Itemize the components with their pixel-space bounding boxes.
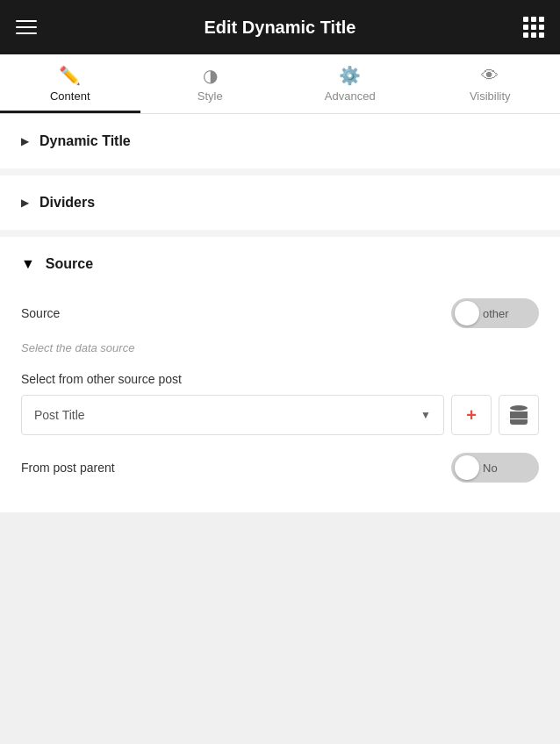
dropdown-chevron-icon: ▼ (420, 409, 431, 421)
chevron-down-icon: ▼ (21, 256, 35, 272)
dividers-heading: Dividers (39, 195, 95, 211)
source-field-label: Source (21, 306, 60, 320)
chevron-right-icon: ▶ (21, 135, 29, 147)
tab-advanced[interactable]: ⚙️ Advanced (280, 54, 420, 113)
tab-style-label: Style (197, 89, 223, 103)
main-content: ▶ Dynamic Title ▶ Dividers ▼ Source Sour… (0, 114, 560, 512)
gear-icon: ⚙️ (339, 67, 361, 84)
eye-icon: 👁 (481, 67, 499, 84)
source-section: ▼ Source Source other Select the data so… (0, 237, 560, 512)
dividers-toggle[interactable]: ▶ Dividers (0, 175, 560, 230)
source-hint-text: Select the data source (21, 340, 539, 356)
dropdown-selected-text: Post Title (34, 408, 85, 422)
dividers-section: ▶ Dividers (0, 175, 560, 230)
source-toggle-switch[interactable]: other (451, 298, 539, 328)
database-icon (510, 405, 528, 425)
apps-button[interactable] (523, 17, 544, 38)
post-title-row: Post Title ▼ + (21, 395, 539, 435)
from-post-parent-value: No (483, 461, 503, 475)
dynamic-title-section: ▶ Dynamic Title (0, 114, 560, 168)
source-toggle-value: other (483, 307, 514, 320)
tab-content-label: Content (50, 89, 90, 103)
add-source-button[interactable]: + (451, 395, 492, 435)
tab-style[interactable]: ◑ Style (140, 54, 281, 113)
dynamic-title-toggle[interactable]: ▶ Dynamic Title (0, 114, 560, 168)
hamburger-menu-button[interactable] (16, 20, 37, 34)
from-post-parent-row: From post parent No (21, 453, 539, 483)
database-button[interactable] (499, 395, 539, 435)
tab-bar: ✏️ Content ◑ Style ⚙️ Advanced 👁 Visibil… (0, 54, 560, 114)
page-title: Edit Dynamic Title (204, 18, 355, 38)
header: Edit Dynamic Title (0, 0, 560, 54)
pencil-icon: ✏️ (59, 67, 81, 84)
source-body: Source other Select the data source Sele… (0, 291, 560, 483)
plus-icon: + (466, 405, 477, 426)
source-toggle[interactable]: ▼ Source (0, 237, 560, 291)
chevron-right-icon-2: ▶ (21, 197, 29, 209)
toggle-knob-2 (455, 455, 479, 480)
post-title-dropdown[interactable]: Post Title ▼ (21, 395, 444, 435)
tab-visibility[interactable]: 👁 Visibility (420, 54, 561, 113)
half-circle-icon: ◑ (203, 67, 218, 84)
from-post-parent-toggle[interactable]: No (451, 453, 539, 483)
other-source-label: Select from other source post (21, 372, 539, 386)
tab-advanced-label: Advanced (325, 89, 376, 103)
tab-content[interactable]: ✏️ Content (0, 54, 140, 113)
tab-visibility-label: Visibility (470, 89, 511, 103)
from-post-parent-label: From post parent (21, 461, 115, 475)
toggle-knob (455, 301, 479, 326)
source-field-row: Source other (21, 298, 539, 328)
dynamic-title-heading: Dynamic Title (39, 133, 131, 149)
source-heading: Source (46, 256, 93, 272)
